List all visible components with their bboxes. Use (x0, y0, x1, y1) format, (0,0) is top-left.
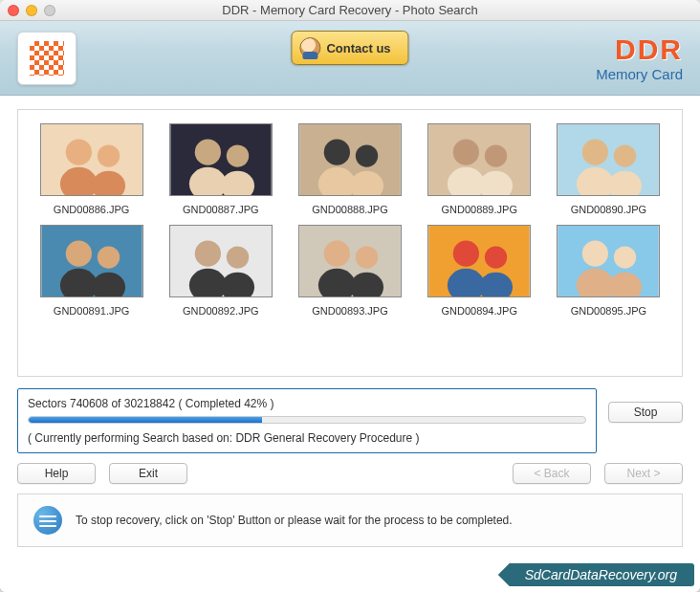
memory-card-icon (30, 41, 64, 76)
svg-point-46 (582, 241, 608, 267)
brand-subtitle: Memory Card (596, 66, 683, 82)
brand-title: DDR (596, 33, 683, 66)
window-title: DDR - Memory Card Recovery - Photo Searc… (0, 3, 700, 17)
info-icon (33, 506, 62, 535)
thumbnail-item[interactable]: GND00886.JPG (37, 123, 145, 215)
info-panel: To stop recovery, click on 'Stop' Button… (17, 493, 683, 547)
thumbnail-item[interactable]: GND00892.JPG (166, 225, 274, 317)
thumbnail-filename: GND00887.JPG (166, 204, 274, 215)
thumbnail-filename: GND00895.JPG (555, 305, 663, 317)
header-banner: Contact us DDR Memory Card (0, 21, 700, 96)
thumbnail-filename: GND00889.JPG (426, 204, 534, 215)
person-icon (299, 37, 320, 58)
minimize-window-button[interactable] (26, 5, 37, 16)
stop-button[interactable]: Stop (608, 402, 683, 423)
svg-point-26 (65, 241, 91, 267)
svg-point-21 (582, 140, 608, 165)
thumbnail-filename: GND00888.JPG (295, 204, 404, 215)
svg-point-1 (65, 140, 91, 165)
svg-point-3 (97, 144, 119, 166)
progress-panel: Sectors 740608 of 30218842 ( Completed 4… (17, 388, 597, 453)
svg-point-16 (453, 140, 479, 165)
progress-status-text: ( Currently performing Search based on: … (28, 431, 586, 445)
progress-fill (29, 417, 262, 423)
thumbnail-image (298, 225, 402, 297)
back-button: < Back (513, 463, 591, 484)
thumbnail-item[interactable]: GND00895.JPG (555, 225, 663, 317)
thumbnail-image (40, 225, 143, 297)
zoom-window-button[interactable] (44, 5, 55, 16)
svg-point-31 (195, 241, 221, 267)
footer-site-ribbon: SdCardDataRecovery.org (498, 563, 694, 586)
thumbnail-filename: GND00894.JPG (426, 305, 534, 317)
contact-us-label: Contact us (326, 41, 390, 55)
thumbnail-image (169, 225, 273, 297)
thumbnail-filename: GND00893.JPG (295, 305, 404, 317)
thumbnails-panel: GND00886.JPG GND00887.JPG GND00888.JPG (17, 109, 683, 377)
thumbnail-image (169, 123, 273, 196)
svg-point-23 (614, 144, 636, 166)
thumbnail-image (427, 123, 531, 196)
help-button[interactable]: Help (17, 463, 96, 484)
close-window-button[interactable] (8, 5, 19, 16)
nav-buttons-row: Help Exit < Back Next > (17, 463, 683, 484)
progress-sectors-text: Sectors 740608 of 30218842 ( Completed 4… (28, 397, 586, 410)
svg-point-33 (227, 246, 249, 268)
svg-point-6 (195, 140, 221, 165)
svg-point-43 (485, 246, 507, 268)
thumbnail-item[interactable]: GND00891.JPG (37, 225, 145, 317)
svg-point-28 (97, 246, 119, 268)
svg-point-48 (614, 246, 636, 268)
next-button: Next > (604, 463, 683, 484)
svg-point-36 (324, 241, 350, 267)
app-logo (17, 32, 77, 85)
thumbnail-image (40, 123, 143, 196)
thumbnail-filename: GND00890.JPG (555, 204, 663, 215)
brand-block: DDR Memory Card (596, 33, 683, 82)
svg-point-18 (485, 144, 507, 166)
thumbnail-item[interactable]: GND00890.JPG (555, 123, 663, 215)
svg-point-38 (356, 246, 378, 268)
thumbnail-item[interactable]: GND00888.JPG (295, 123, 404, 215)
progress-bar (28, 416, 586, 424)
svg-point-41 (453, 241, 479, 267)
svg-point-13 (356, 144, 378, 166)
thumbnail-image (298, 123, 402, 196)
exit-button[interactable]: Exit (109, 463, 187, 484)
svg-point-8 (227, 144, 249, 166)
thumbnail-filename: GND00892.JPG (166, 305, 274, 317)
svg-point-11 (324, 140, 350, 165)
thumbnail-filename: GND00891.JPG (37, 305, 145, 317)
titlebar: DDR - Memory Card Recovery - Photo Searc… (0, 0, 700, 21)
thumbnail-image (557, 225, 660, 297)
thumbnail-item[interactable]: GND00893.JPG (295, 225, 404, 317)
thumbnail-filename: GND00886.JPG (37, 204, 145, 215)
thumbnail-item[interactable]: GND00894.JPG (426, 225, 534, 317)
contact-us-button[interactable]: Contact us (291, 31, 408, 65)
thumbnail-image (427, 225, 531, 297)
thumbnail-item[interactable]: GND00889.JPG (426, 123, 534, 215)
info-text: To stop recovery, click on 'Stop' Button… (76, 514, 513, 527)
thumbnail-image (557, 123, 660, 196)
thumbnail-item[interactable]: GND00887.JPG (166, 123, 274, 215)
